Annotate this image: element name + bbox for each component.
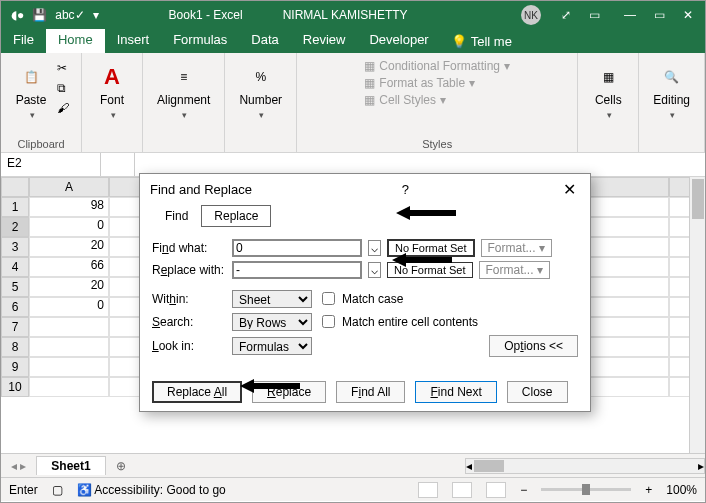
find-what-dropdown[interactable]: ⌵ [368,240,381,256]
qa-dropdown-icon[interactable]: ▾ [93,8,99,22]
number-button[interactable]: % Number [233,57,288,125]
replace-all-button[interactable]: Replace All [152,381,242,403]
accessibility-status[interactable]: ♿ Accessibility: Good to go [77,483,226,497]
sheet-tab-sheet1[interactable]: Sheet1 [36,456,105,475]
cell[interactable]: 0 [29,297,109,317]
find-format-button[interactable]: Format... ▾ [481,239,552,257]
format-as-table-button[interactable]: ▦Format as Table ▾ [364,76,510,90]
cell[interactable] [589,297,669,317]
autosave-toggle[interactable]: ◖● [11,8,24,22]
options-button[interactable]: Options << [489,335,578,357]
editing-button[interactable]: 🔍 Editing [647,57,696,125]
cell[interactable] [589,357,669,377]
cut-icon[interactable]: ✂ [57,61,69,75]
horizontal-scrollbar[interactable]: ◂▸ [465,458,705,474]
cells-button[interactable]: ▦ Cells [586,57,630,125]
zoom-in-button[interactable]: + [645,483,652,497]
vertical-scrollbar[interactable] [689,177,705,453]
paste-button[interactable]: 📋 Paste [9,57,53,125]
zoom-out-button[interactable]: − [520,483,527,497]
tab-file[interactable]: File [1,29,46,53]
tab-insert[interactable]: Insert [105,29,162,53]
cell[interactable]: 66 [29,257,109,277]
row-header[interactable]: 3 [1,237,29,257]
format-painter-icon[interactable]: 🖌 [57,101,69,115]
normal-view-button[interactable] [418,482,438,498]
dialog-close-button[interactable]: ✕ [559,180,580,199]
find-what-input[interactable] [232,239,362,257]
tab-developer[interactable]: Developer [357,29,440,53]
cell[interactable] [29,337,109,357]
replace-with-input[interactable] [232,261,362,279]
minimize-ribbon-icon[interactable]: ▭ [589,8,600,22]
cell[interactable]: 98 [29,197,109,217]
zoom-level[interactable]: 100% [666,483,697,497]
cell[interactable] [589,377,669,397]
scrollbar-thumb[interactable] [474,460,504,472]
dialog-close-action-button[interactable]: Close [507,381,568,403]
name-box[interactable]: E2 [1,153,101,176]
col-header[interactable] [589,177,669,197]
col-header-A[interactable]: A [29,177,109,197]
zoom-slider[interactable] [541,488,631,491]
font-button[interactable]: A Font [90,57,134,125]
page-layout-view-button[interactable] [452,482,472,498]
select-all-corner[interactable] [1,177,29,197]
tab-home[interactable]: Home [46,29,105,53]
minimize-button[interactable]: — [624,8,636,22]
macro-record-icon[interactable]: ▢ [52,483,63,497]
match-contents-checkbox[interactable]: Match entire cell contents [318,312,478,331]
cell[interactable] [29,357,109,377]
conditional-formatting-button[interactable]: ▦Conditional Formatting ▾ [364,59,510,73]
search-select[interactable]: By Rows [232,313,312,331]
row-header[interactable]: 2 [1,217,29,237]
cell[interactable] [589,257,669,277]
cell[interactable]: 0 [29,217,109,237]
lookin-select[interactable]: Formulas [232,337,312,355]
tab-review[interactable]: Review [291,29,358,53]
find-next-button[interactable]: Find Next [415,381,496,403]
cell[interactable]: 20 [29,277,109,297]
spellcheck-icon[interactable]: abc✓ [55,8,84,22]
row-header[interactable]: 1 [1,197,29,217]
dialog-tab-replace[interactable]: Replace [201,205,271,227]
cell[interactable] [589,337,669,357]
page-break-view-button[interactable] [486,482,506,498]
sheet-nav-prev[interactable]: ◂ ▸ [1,459,36,473]
within-select[interactable]: Sheet [232,290,312,308]
copy-icon[interactable]: ⧉ [57,81,69,95]
cell[interactable] [29,377,109,397]
row-header[interactable]: 4 [1,257,29,277]
tab-formulas[interactable]: Formulas [161,29,239,53]
restore-button[interactable]: ▭ [654,8,665,22]
cell[interactable] [29,317,109,337]
find-all-button[interactable]: Find All [336,381,405,403]
cell[interactable] [589,197,669,217]
cell[interactable] [589,237,669,257]
avatar[interactable]: NK [521,5,541,25]
cell-styles-button[interactable]: ▦Cell Styles ▾ [364,93,510,107]
cell[interactable]: 20 [29,237,109,257]
match-case-checkbox[interactable]: Match case [318,289,403,308]
row-header[interactable]: 8 [1,337,29,357]
cell[interactable] [589,217,669,237]
tell-me-search[interactable]: 💡 Tell me [441,29,522,53]
cell[interactable] [589,277,669,297]
scrollbar-thumb[interactable] [692,179,704,219]
row-header[interactable]: 5 [1,277,29,297]
cell[interactable] [589,317,669,337]
row-header[interactable]: 6 [1,297,29,317]
row-header[interactable]: 10 [1,377,29,397]
ribbon-display-icon[interactable]: ⤢ [561,8,571,22]
replace-format-button[interactable]: Format... ▾ [479,261,550,279]
alignment-button[interactable]: ≡ Alignment [151,57,216,125]
dialog-tab-find[interactable]: Find [152,205,201,227]
row-header[interactable]: 7 [1,317,29,337]
replace-with-dropdown[interactable]: ⌵ [368,262,381,278]
row-header[interactable]: 9 [1,357,29,377]
save-icon[interactable]: 💾 [32,8,47,22]
tab-data[interactable]: Data [239,29,290,53]
dialog-help-button[interactable]: ? [394,182,417,197]
add-sheet-button[interactable]: ⊕ [106,459,136,473]
close-window-button[interactable]: ✕ [683,8,693,22]
